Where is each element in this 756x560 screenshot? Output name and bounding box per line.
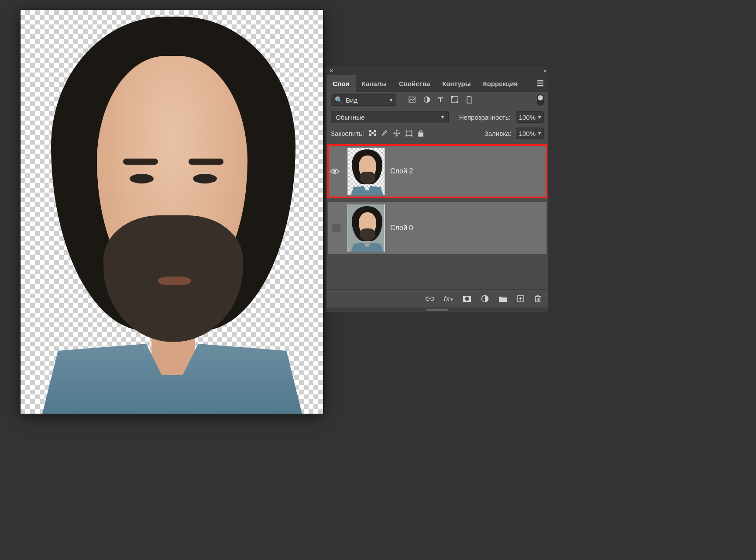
layer-name[interactable]: Слой 2 <box>390 167 413 175</box>
svg-rect-9 <box>369 134 371 136</box>
tab-channels[interactable]: Каналы <box>356 75 393 92</box>
link-layers-icon[interactable] <box>426 296 434 301</box>
chevron-down-icon: ▾ <box>390 97 392 103</box>
layer-kind-label: Вид <box>346 97 357 104</box>
new-layer-icon[interactable] <box>517 295 525 303</box>
svg-rect-22 <box>419 133 423 136</box>
tab-adjustments[interactable]: Коррекция <box>477 75 524 92</box>
tab-label: Слои <box>333 80 350 87</box>
layer-fx-icon[interactable]: fx▾ <box>444 294 453 303</box>
tab-paths[interactable]: Контуры <box>436 75 477 92</box>
svg-rect-10 <box>374 134 376 136</box>
document-canvas[interactable] <box>21 10 323 414</box>
layer-thumbnail[interactable] <box>347 148 385 195</box>
shape-filter-icon[interactable] <box>451 96 458 104</box>
layer-kind-select[interactable]: 🔍 Вид ▾ <box>331 94 396 106</box>
svg-rect-7 <box>374 130 376 132</box>
search-icon: 🔍 <box>335 96 343 104</box>
lock-label: Закрепить: <box>331 130 364 137</box>
tab-label: Каналы <box>362 80 387 87</box>
panel-menu-icon[interactable]: ☰ <box>533 79 548 88</box>
panel-footer: fx▾ <box>326 289 548 308</box>
panel-tabs: Слои Каналы Свойства Контуры Коррекция ☰ <box>326 75 548 92</box>
svg-point-23 <box>333 170 336 173</box>
lock-transparency-icon[interactable] <box>369 130 376 137</box>
chevron-down-icon: ▾ <box>538 114 541 120</box>
visibility-toggle[interactable] <box>332 224 340 232</box>
opacity-value: 100% <box>519 114 536 121</box>
type-filter-icon[interactable]: T <box>438 96 443 104</box>
svg-rect-4 <box>457 101 458 103</box>
delete-layer-icon[interactable] <box>534 295 541 303</box>
svg-point-25 <box>465 297 469 301</box>
fill-label: Заливка: <box>485 130 512 137</box>
chevron-down-icon: ▾ <box>538 130 541 136</box>
layer-thumbnail[interactable] <box>347 204 385 252</box>
chevron-down-icon: ▾ <box>441 114 444 120</box>
portrait-image <box>21 10 323 414</box>
tab-properties[interactable]: Свойства <box>393 75 436 92</box>
filter-toggle[interactable] <box>537 94 544 106</box>
adjustment-filter-icon[interactable] <box>423 96 430 104</box>
tab-layers[interactable]: Слои <box>326 75 356 92</box>
layer-group-icon[interactable] <box>498 295 507 302</box>
close-icon[interactable]: ✕ <box>329 68 333 74</box>
layer-row[interactable]: Слой 0 <box>328 202 546 254</box>
opacity-label: Непрозрачность: <box>459 114 511 121</box>
svg-rect-13 <box>407 131 411 135</box>
tab-label: Контуры <box>442 80 471 87</box>
lock-all-icon[interactable] <box>418 130 424 137</box>
smartobject-filter-icon[interactable] <box>466 96 473 104</box>
svg-rect-6 <box>369 130 371 132</box>
image-filter-icon[interactable] <box>409 96 416 104</box>
collapse-icon[interactable]: ‹‹ <box>544 68 546 74</box>
lock-artboard-icon[interactable] <box>405 130 412 137</box>
svg-rect-8 <box>371 132 374 134</box>
svg-rect-3 <box>451 96 453 98</box>
tab-label: Свойства <box>399 80 430 87</box>
layers-list: Слой 2 Слой 0 <box>326 143 548 254</box>
lock-brush-icon[interactable] <box>381 130 388 137</box>
panel-resize-grip[interactable] <box>326 308 548 312</box>
layer-name[interactable]: Слой 0 <box>390 224 413 232</box>
panel-titlebar[interactable]: ✕ ‹‹ <box>326 66 548 75</box>
layer-filter-icons: T <box>409 96 473 104</box>
svg-rect-0 <box>409 97 415 102</box>
tab-label: Коррекция <box>483 80 518 87</box>
lock-move-icon[interactable] <box>393 130 400 137</box>
layer-row[interactable]: Слой 2 <box>328 145 546 197</box>
layer-mask-icon[interactable] <box>463 295 471 302</box>
layers-panel: ✕ ‹‹ Слои Каналы Свойства Контуры Коррек… <box>326 66 548 312</box>
blend-mode-select[interactable]: Обычные ▾ <box>331 111 449 123</box>
visibility-toggle[interactable] <box>330 168 342 175</box>
opacity-input[interactable]: 100% ▾ <box>516 111 544 123</box>
fill-value: 100% <box>519 130 536 137</box>
adjustment-layer-icon[interactable] <box>481 295 489 303</box>
blend-mode-value: Обычные <box>336 114 364 121</box>
fill-input[interactable]: 100% ▾ <box>516 128 544 139</box>
